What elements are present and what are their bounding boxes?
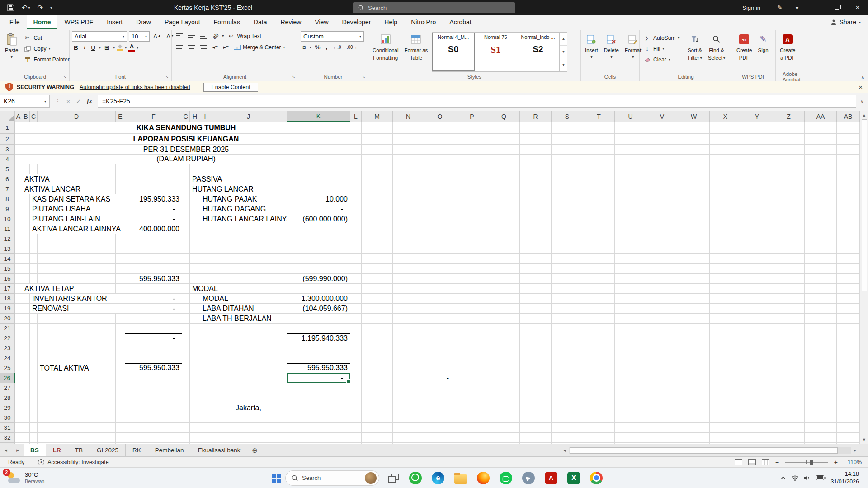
cell-W22[interactable] [678, 333, 710, 343]
cell-Y20[interactable] [741, 314, 773, 324]
cell-I22[interactable] [200, 333, 210, 343]
cell-P22[interactable] [456, 333, 488, 343]
cell-Y5[interactable] [741, 164, 773, 174]
cell-F26[interactable] [125, 373, 182, 383]
cell-T5[interactable] [583, 164, 615, 174]
cell-AA25[interactable] [805, 363, 837, 373]
clear-button[interactable]: Clear▾ [642, 55, 684, 64]
cell-A8[interactable] [15, 194, 22, 204]
cell-N19[interactable] [393, 304, 424, 314]
cell-U16[interactable] [615, 274, 646, 284]
cell-T22[interactable] [583, 333, 615, 343]
ribbon-tab-formulas[interactable]: Formulas [207, 15, 247, 29]
cell-O3[interactable] [424, 145, 456, 155]
cell-D25[interactable]: TOTAL AKTIVA [38, 363, 116, 373]
cell-D30[interactable] [38, 413, 116, 423]
cell-L17[interactable] [350, 284, 362, 294]
cell-X20[interactable] [710, 314, 741, 324]
column-header-D[interactable]: D [38, 111, 116, 122]
cell-F13[interactable] [125, 244, 182, 254]
cell-F12[interactable] [125, 234, 182, 244]
cell-C10[interactable]: PIUTANG LAIN-LAIN [30, 214, 125, 224]
cell-K13[interactable] [287, 244, 350, 254]
cell-AB1[interactable] [837, 122, 860, 134]
cell-G13[interactable] [182, 244, 190, 254]
cell-P30[interactable] [456, 413, 488, 423]
cell-H29[interactable] [190, 403, 200, 413]
cell-Q15[interactable] [488, 264, 520, 274]
cell-M7[interactable] [362, 184, 393, 194]
cell-AA22[interactable] [805, 333, 837, 343]
cell-O25[interactable] [424, 363, 456, 373]
cell-P18[interactable] [456, 294, 488, 304]
cell-S11[interactable] [552, 224, 583, 234]
cell-L12[interactable] [350, 234, 362, 244]
cell-K15[interactable] [287, 264, 350, 274]
cell-P5[interactable] [456, 164, 488, 174]
cell-W8[interactable] [678, 194, 710, 204]
cell-F31[interactable] [125, 423, 182, 433]
cell-F17[interactable] [125, 284, 182, 294]
cell-F30[interactable] [125, 413, 182, 423]
cell-AB3[interactable] [837, 145, 860, 155]
column-header-J[interactable]: J [210, 111, 287, 122]
cell-W7[interactable] [678, 184, 710, 194]
cell-B19[interactable] [22, 304, 30, 314]
ribbon-tab-file[interactable]: File [3, 15, 27, 29]
cell-O19[interactable] [424, 304, 456, 314]
cell-K19[interactable]: (104.059.667) [287, 304, 350, 314]
cell-I27[interactable] [200, 383, 210, 393]
ribbon-display-options-icon[interactable]: ▾ [788, 4, 806, 11]
cell-G30[interactable] [182, 413, 190, 423]
cell-W27[interactable] [678, 383, 710, 393]
cell-N9[interactable] [393, 204, 424, 214]
cell-L24[interactable] [350, 353, 362, 363]
cell-P3[interactable] [456, 145, 488, 155]
cell-style-normal4m[interactable]: Normal 4_M... S0 [432, 33, 475, 71]
cell-P12[interactable] [456, 234, 488, 244]
cell-A6[interactable] [15, 174, 22, 184]
cell-T18[interactable] [583, 294, 615, 304]
cell-L1[interactable] [350, 122, 362, 134]
cell-C12[interactable] [30, 234, 38, 244]
cell-G28[interactable] [182, 393, 190, 403]
acrobat-create-pdf-button[interactable]: A Create a PDF [778, 31, 797, 61]
cell-AB28[interactable] [837, 393, 860, 403]
cell-J26[interactable] [210, 373, 287, 383]
cell-J15[interactable] [210, 264, 287, 274]
cell-J5[interactable] [210, 164, 287, 174]
cell-E24[interactable] [116, 353, 125, 363]
cell-Y24[interactable] [741, 353, 773, 363]
cell-V6[interactable] [646, 174, 678, 184]
ribbon-tab-insert[interactable]: Insert [100, 15, 129, 29]
cell-Y7[interactable] [741, 184, 773, 194]
cell-V16[interactable] [646, 274, 678, 284]
cell-M20[interactable] [362, 314, 393, 324]
cell-T12[interactable] [583, 234, 615, 244]
cell-D20[interactable] [38, 314, 116, 324]
cell-S30[interactable] [552, 413, 583, 423]
cell-S6[interactable] [552, 174, 583, 184]
cell-AA5[interactable] [805, 164, 837, 174]
cell-F28[interactable] [125, 393, 182, 403]
cell-AA18[interactable] [805, 294, 837, 304]
row-header-5[interactable]: 5 [0, 164, 15, 174]
cell-Q7[interactable] [488, 184, 520, 194]
sheet-tab-ekualisasi-bank[interactable]: Ekualisasi bank [191, 444, 248, 456]
cell-Z30[interactable] [773, 413, 805, 423]
column-header-B[interactable]: B [22, 111, 30, 122]
column-header-S[interactable]: S [552, 111, 583, 122]
cell-R5[interactable] [520, 164, 552, 174]
cell-V20[interactable] [646, 314, 678, 324]
cell-B1[interactable]: KIKA SENANDUNG TUMBUH [22, 122, 350, 134]
cell-Y21[interactable] [741, 324, 773, 333]
cell-V7[interactable] [646, 184, 678, 194]
cell-B18[interactable] [22, 294, 30, 304]
cell-K6[interactable] [287, 174, 350, 184]
cell-L27[interactable] [350, 383, 362, 393]
cell-I24[interactable] [200, 353, 210, 363]
cell-M19[interactable] [362, 304, 393, 314]
cell-S17[interactable] [552, 284, 583, 294]
cell-N7[interactable] [393, 184, 424, 194]
cell-A18[interactable] [15, 294, 22, 304]
